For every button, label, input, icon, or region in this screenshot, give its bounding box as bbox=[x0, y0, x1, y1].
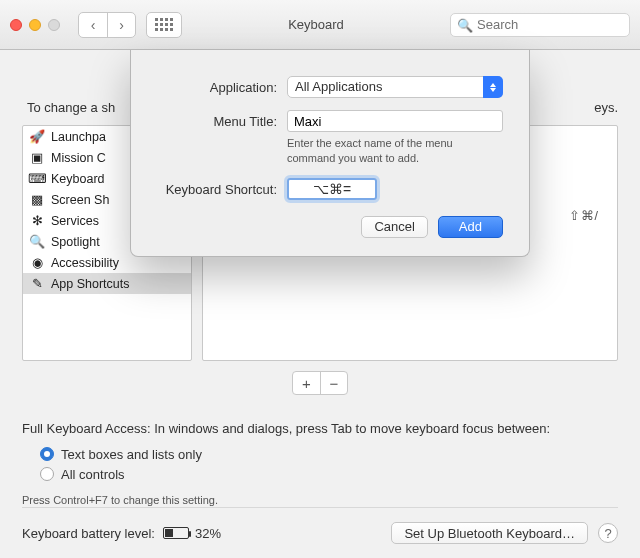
rocket-icon: 🚀 bbox=[29, 129, 45, 145]
cancel-button[interactable]: Cancel bbox=[361, 216, 427, 238]
close-window-icon[interactable] bbox=[10, 19, 22, 31]
help-button[interactable]: ? bbox=[598, 523, 618, 543]
accessibility-icon: ◉ bbox=[29, 255, 45, 271]
battery-label: Keyboard battery level: bbox=[22, 526, 155, 541]
radio-label: Text boxes and lists only bbox=[61, 447, 202, 462]
toolbar: ‹ › Keyboard 🔍 bbox=[0, 0, 640, 50]
minimize-window-icon[interactable] bbox=[29, 19, 41, 31]
setup-bluetooth-button[interactable]: Set Up Bluetooth Keyboard… bbox=[391, 522, 588, 544]
radio-text-boxes-only[interactable]: Text boxes and lists only bbox=[40, 444, 618, 464]
sidebar-item-label: App Shortcuts bbox=[51, 277, 130, 291]
apps-icon: ✎ bbox=[29, 276, 45, 292]
window-controls bbox=[10, 19, 60, 31]
add-remove-wrap: + − bbox=[22, 371, 618, 395]
sidebar-item-app-shortcuts[interactable]: ✎App Shortcuts bbox=[23, 273, 191, 294]
sidebar-item-label: Mission C bbox=[51, 151, 106, 165]
application-label: Application: bbox=[157, 76, 277, 95]
sidebar-item-label: Keyboard bbox=[51, 172, 105, 186]
radio-icon bbox=[40, 447, 54, 461]
shortcut-value: ⇧⌘/ bbox=[569, 208, 599, 223]
search-icon: 🔍 bbox=[457, 18, 473, 33]
full-keyboard-access-label: Full Keyboard Access: In windows and dia… bbox=[22, 421, 618, 436]
sidebar-item-label: Spotlight bbox=[51, 235, 100, 249]
sidebar-item-label: Launchpa bbox=[51, 130, 106, 144]
battery-percent: 32% bbox=[195, 526, 221, 541]
add-button[interactable]: Add bbox=[438, 216, 503, 238]
spotlight-icon: 🔍 bbox=[29, 234, 45, 250]
keyboard-icon: ⌨ bbox=[29, 171, 45, 187]
forward-button[interactable]: › bbox=[107, 13, 135, 37]
gear-icon: ✻ bbox=[29, 213, 45, 229]
back-button[interactable]: ‹ bbox=[79, 13, 107, 37]
menu-title-label: Menu Title: bbox=[157, 110, 277, 129]
keyboard-shortcut-label: Keyboard Shortcut: bbox=[157, 178, 277, 197]
camera-icon: ▩ bbox=[29, 192, 45, 208]
application-select-input[interactable] bbox=[287, 76, 503, 98]
grid-icon bbox=[155, 18, 173, 31]
sidebar-item-label: Services bbox=[51, 214, 99, 228]
remove-shortcut-button[interactable]: − bbox=[320, 372, 347, 394]
add-shortcut-button[interactable]: + bbox=[293, 372, 320, 394]
search-input[interactable] bbox=[450, 13, 630, 37]
sidebar-item-label: Screen Sh bbox=[51, 193, 109, 207]
search-field-wrap: 🔍 bbox=[450, 13, 630, 37]
battery-icon bbox=[163, 527, 189, 539]
menu-title-input[interactable] bbox=[287, 110, 503, 132]
radio-all-controls[interactable]: All controls bbox=[40, 464, 618, 484]
nav-segment: ‹ › bbox=[78, 12, 136, 38]
show-all-button[interactable] bbox=[146, 12, 182, 38]
application-select[interactable]: All Applications bbox=[287, 76, 503, 98]
window-title: Keyboard bbox=[192, 17, 440, 32]
keyboard-shortcut-input[interactable] bbox=[287, 178, 377, 200]
control-f7-hint: Press Control+F7 to change this setting. bbox=[22, 494, 618, 506]
footer: Keyboard battery level: 32% Set Up Bluet… bbox=[22, 507, 618, 544]
select-caret-icon bbox=[483, 76, 503, 98]
radio-icon bbox=[40, 467, 54, 481]
mission-icon: ▣ bbox=[29, 150, 45, 166]
zoom-window-icon bbox=[48, 19, 60, 31]
radio-label: All controls bbox=[61, 467, 125, 482]
sidebar-item-label: Accessibility bbox=[51, 256, 119, 270]
content-area: To change a sh eys. 🚀Launchpa ▣Mission C… bbox=[0, 50, 640, 558]
add-shortcut-sheet: Application: All Applications Menu Title… bbox=[130, 50, 530, 257]
menu-title-description: Enter the exact name of the menu command… bbox=[287, 136, 503, 166]
